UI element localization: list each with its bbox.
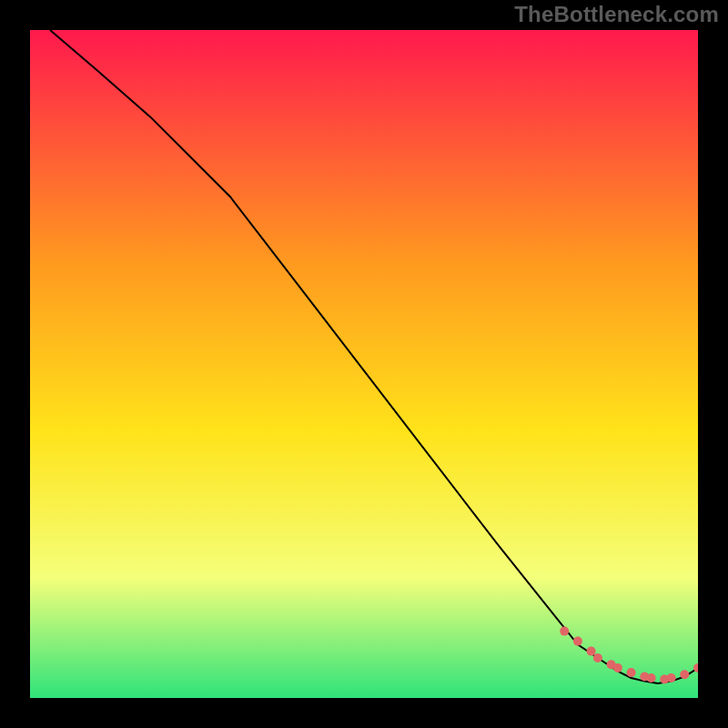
marker-dot bbox=[613, 663, 622, 672]
marker-dot bbox=[647, 673, 656, 682]
chart-frame: TheBottleneck.com bbox=[0, 0, 728, 728]
watermark-label: TheBottleneck.com bbox=[514, 2, 719, 27]
plot-area bbox=[30, 30, 698, 698]
marker-dot bbox=[573, 637, 582, 646]
marker-dot bbox=[627, 668, 636, 677]
marker-dot bbox=[680, 670, 689, 679]
marker-dot bbox=[560, 627, 569, 636]
marker-dot bbox=[593, 653, 602, 662]
marker-dot bbox=[587, 647, 596, 656]
gradient-background bbox=[30, 30, 698, 698]
marker-dot bbox=[667, 673, 676, 682]
plot-svg bbox=[30, 30, 698, 698]
